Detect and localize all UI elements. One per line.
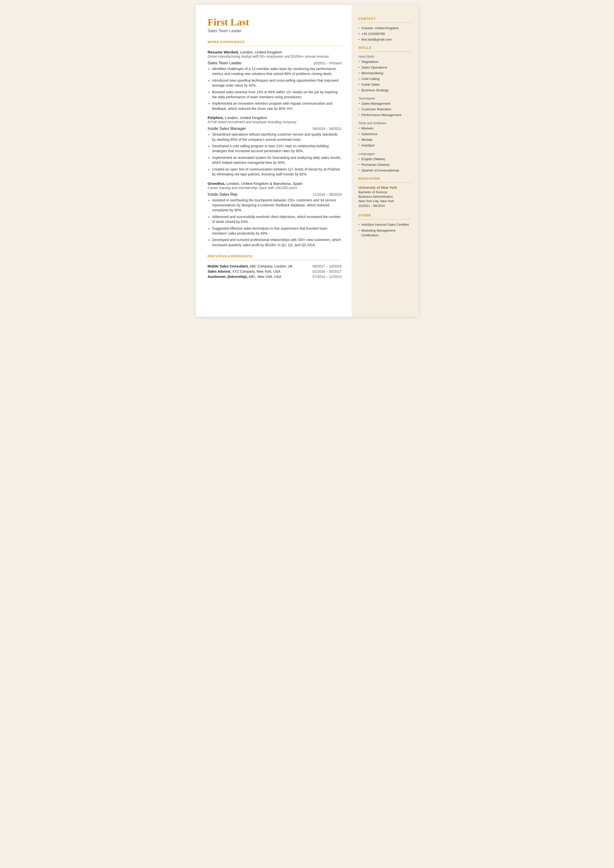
techniques-label: Techniques:	[358, 96, 411, 100]
tool-3: Minitab	[358, 137, 411, 142]
tool-4: HubSpot	[358, 143, 411, 148]
job-1-bullets: Identified challenges of a 12-member sal…	[212, 66, 342, 111]
resume-page: First Last Sales Team Leader WORK EXPERI…	[196, 5, 419, 317]
employer-3-name: Growthsi,	[208, 182, 225, 186]
bullet: Identified challenges of a 12-member sal…	[212, 66, 342, 76]
employer-2: Polyhire, London, United Kingdom NYSE-li…	[208, 116, 342, 177]
contact-title: CONTACT	[358, 17, 411, 20]
sidebar: CONTACT Chester, United Kingdom +44 1234…	[352, 5, 419, 317]
prev-role-1: Mobile Sales Consultant, ABC Company, Lo…	[208, 264, 342, 268]
edu-field: Business Administration	[358, 194, 411, 199]
other-list: HubSpot Inbound Sales Certified. Marketi…	[358, 222, 411, 238]
prev-role-2-bold: Sales Advisor,	[208, 269, 231, 273]
hard-skill-6: Business Strategy	[358, 88, 411, 93]
contact-item-location: Chester, United Kingdom	[358, 26, 411, 30]
prev-role-2-rest: XYZ Company, New York, USA	[231, 269, 280, 273]
other-title: OTHER	[358, 214, 411, 217]
employer-2-loc: London, United Kingdom	[224, 116, 267, 120]
language-3: Spanish (Conversational)	[358, 168, 411, 173]
employer-3-header: Growthsi, London, United Kingdom & Barce…	[208, 182, 342, 186]
employer-3: Growthsi, London, United Kingdom & Barce…	[208, 182, 342, 248]
techniques-list: Sales Management Customer Retention Perf…	[358, 101, 411, 117]
employer-1-name: Resume Worded,	[208, 50, 239, 54]
prev-role-1-dates: 06/2017 – 10/2018	[313, 264, 341, 268]
job-3-title: Inside Sales Rep	[208, 192, 238, 197]
language-1: English (Native)	[358, 157, 411, 161]
bullet: Implemented an innovative retention prog…	[212, 101, 342, 111]
technique-3: Performance Management	[358, 113, 411, 117]
education-divider	[358, 182, 411, 183]
tool-1: Marketo	[358, 126, 411, 130]
hard-skills-list: Negotiation Sales Operations Merchandisi…	[358, 59, 411, 93]
bullet: Addressed and successfully resolved clie…	[212, 214, 342, 224]
job-2-bullets: Streamlined operations without sacrifici…	[212, 132, 342, 177]
hard-skills-label: Hard Skills:	[358, 55, 411, 58]
prev-role-2-dates: 01/2016 – 05/2017	[313, 269, 341, 273]
employer-2-name: Polyhire,	[208, 116, 224, 120]
edu-location: New York City, New York	[358, 199, 411, 203]
job-2-row: Inside Sales Manager 09/2019 – 09/2021	[208, 126, 342, 131]
employer-1-loc: London, United Kingdom	[239, 50, 282, 54]
bullet: Created an open line of communication be…	[212, 167, 342, 177]
employer-1-desc: Drone manufacturing startup with 50+ emp…	[208, 54, 342, 58]
technique-1: Sales Management	[358, 101, 411, 106]
employer-3-desc: Career training and membership SaaS with…	[208, 186, 342, 190]
employer-3-loc: London, United Kingdom & Barcelona, Spai…	[225, 182, 302, 186]
language-2: Romanian (Native)	[358, 162, 411, 167]
other-item-1: HubSpot Inbound Sales Certified.	[358, 222, 411, 227]
prev-role-1-bold: Mobile Sales Consultant,	[208, 264, 249, 268]
contact-item-email: first.last@gmail.com	[358, 37, 411, 42]
prev-role-1-title: Mobile Sales Consultant, ABC Company, Lo…	[208, 264, 293, 268]
skills-title: SKILLS	[358, 46, 411, 50]
subtitle: Sales Team Leader	[208, 29, 342, 33]
prev-role-3-bold: Auctioneer, (Internship),	[208, 275, 248, 279]
prev-role-1-rest: ABC Company, London, UK	[249, 264, 293, 268]
hard-skill-2: Sales Operations	[358, 65, 411, 70]
employer-2-header: Polyhire, London, United Kingdom	[208, 116, 342, 120]
job-3-bullets: Assisted in overhauling the touchpoints …	[212, 198, 342, 248]
prev-role-3-rest: ABC, New York, USA	[248, 275, 281, 279]
tool-2: Salesforce	[358, 132, 411, 136]
tools-label: Tools and Software:	[358, 121, 411, 125]
main-column: First Last Sales Team Leader WORK EXPERI…	[196, 5, 352, 317]
edu-degree: Bachelor of Science	[358, 190, 411, 194]
prev-role-3: Auctioneer, (Internship), ABC, New York,…	[208, 275, 342, 279]
hard-skill-4: Cold Calling	[358, 76, 411, 81]
job-1-row: Sales Team Leader 10/2021 – Present	[208, 61, 342, 65]
hard-skill-1: Negotiation	[358, 59, 411, 64]
bullet: Boosted sales revenue from 13% to 69% wi…	[212, 90, 342, 100]
job-1-title: Sales Team Leader	[208, 61, 242, 65]
edu-dates: 10/2011 - 06/2014	[358, 203, 411, 208]
other-item-2: Marketing Management Certification.	[358, 228, 411, 238]
name: First Last	[208, 17, 342, 28]
job-3-row: Inside Sales Rep 11/2018 – 08/2019	[208, 192, 342, 197]
work-experience-title: WORK EXPERIENCE	[208, 40, 342, 44]
prev-role-2-title: Sales Advisor, XYZ Company, New York, US…	[208, 269, 281, 273]
bullet: Streamlined operations without sacrifici…	[212, 132, 342, 142]
contact-item-phone: +44 123456789	[358, 31, 411, 36]
prev-role-3-dates: 07/2014 – 12/2015	[313, 275, 341, 279]
previous-experience-title: PREVIOUS EXPERIENCE	[208, 255, 342, 258]
bullet: Developed and nurtured professional rela…	[212, 237, 342, 247]
work-divider	[208, 46, 342, 46]
prev-role-3-title: Auctioneer, (Internship), ABC, New York,…	[208, 275, 281, 279]
bullet: Assisted in overhauling the touchpoints …	[212, 198, 342, 213]
employer-1: Resume Worded, London, United Kingdom Dr…	[208, 50, 342, 111]
languages-list: English (Native) Romanian (Native) Spani…	[358, 157, 411, 173]
employer-1-header: Resume Worded, London, United Kingdom	[208, 50, 342, 54]
job-1-dates: 10/2021 – Present	[313, 61, 341, 65]
technique-2: Customer Retention	[358, 107, 411, 112]
education-title: EDUCATION	[358, 177, 411, 180]
languages-label: Languages:	[358, 152, 411, 156]
contact-list: Chester, United Kingdom +44 123456789 fi…	[358, 26, 411, 42]
hard-skill-5: Inside Sales	[358, 82, 411, 87]
prev-role-2: Sales Advisor, XYZ Company, New York, US…	[208, 269, 342, 273]
bullet: Suggested effective sales techniques to …	[212, 226, 342, 236]
employer-2-desc: NYSE-listed recruitment and employer bra…	[208, 120, 342, 124]
job-2-title: Inside Sales Manager	[208, 126, 246, 131]
bullet: Introduced new upselling techniques and …	[212, 78, 342, 88]
bullet: Implemented an automated system for fore…	[212, 155, 342, 165]
job-3-dates: 11/2018 – 08/2019	[313, 193, 341, 196]
edu-institution: University of New York	[358, 186, 411, 189]
tools-list: Marketo Salesforce Minitab HubSpot	[358, 126, 411, 148]
